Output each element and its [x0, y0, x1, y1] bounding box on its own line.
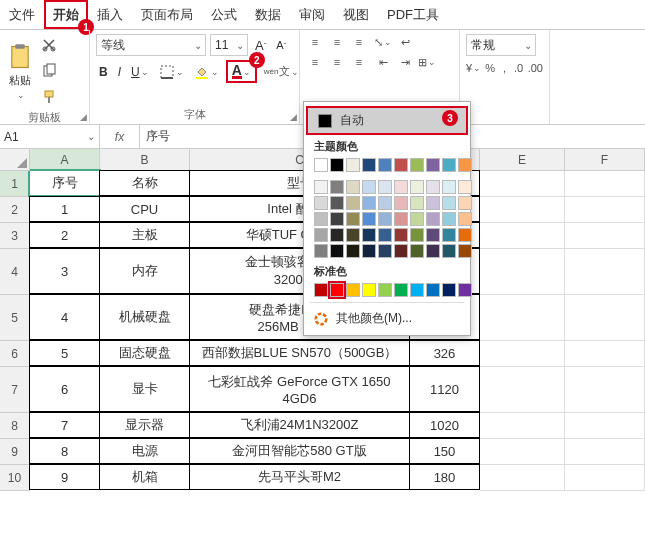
data-cell[interactable]: 7 [29, 412, 100, 438]
color-swatch[interactable] [346, 228, 360, 242]
merge-cells-button[interactable]: ⊞⌄ [418, 54, 436, 70]
more-colors-option[interactable]: 其他颜色(M)... [304, 306, 470, 331]
data-cell[interactable]: 机械硬盘 [99, 294, 190, 340]
color-swatch[interactable] [426, 212, 440, 226]
row-header[interactable]: 4 [0, 249, 30, 295]
data-cell[interactable]: 先马平头哥M2 [189, 464, 410, 490]
data-cell[interactable]: 电源 [99, 438, 190, 464]
data-cell[interactable] [480, 295, 565, 341]
phonetic-guide-button[interactable]: wén文⌄ [261, 61, 302, 82]
col-header-b[interactable]: B [100, 149, 190, 171]
align-middle-button[interactable]: ≡ [328, 34, 346, 50]
color-swatch[interactable] [330, 228, 344, 242]
data-cell[interactable]: 326 [409, 340, 480, 366]
tab-pdf[interactable]: PDF工具 [378, 0, 448, 29]
color-swatch[interactable] [410, 196, 424, 210]
italic-button[interactable]: I [115, 62, 124, 82]
color-swatch[interactable] [410, 228, 424, 242]
copy-button[interactable] [38, 60, 60, 82]
color-swatch[interactable] [346, 212, 360, 226]
color-swatch[interactable] [394, 196, 408, 210]
row-header[interactable]: 10 [0, 465, 30, 491]
data-cell[interactable]: 1020 [409, 412, 480, 438]
color-swatch[interactable] [314, 228, 328, 242]
tab-formula[interactable]: 公式 [202, 0, 246, 29]
clipboard-launcher[interactable]: ◢ [80, 112, 87, 122]
color-swatch[interactable] [346, 244, 360, 258]
data-cell[interactable]: 5 [29, 340, 100, 366]
font-family-combo[interactable]: 等线 [96, 34, 206, 56]
color-swatch[interactable] [410, 212, 424, 226]
data-cell[interactable]: 3 [29, 248, 100, 294]
color-swatch[interactable] [442, 212, 456, 226]
data-cell[interactable] [480, 465, 565, 491]
data-cell[interactable]: 七彩虹战斧 GeForce GTX 1650 4GD6 [189, 366, 410, 412]
data-cell[interactable] [480, 197, 565, 223]
color-swatch[interactable] [410, 283, 424, 297]
align-left-button[interactable]: ≡ [306, 54, 324, 70]
align-top-button[interactable]: ≡ [306, 34, 324, 50]
color-swatch[interactable] [378, 244, 392, 258]
header-cell[interactable] [480, 171, 565, 197]
header-cell[interactable]: 序号 [29, 170, 100, 196]
color-swatch[interactable] [330, 196, 344, 210]
color-swatch[interactable] [394, 212, 408, 226]
data-cell[interactable]: 金河田智能芯580 GT版 [189, 438, 410, 464]
data-cell[interactable]: 显示器 [99, 412, 190, 438]
row-header[interactable]: 7 [0, 367, 30, 413]
data-cell[interactable]: 8 [29, 438, 100, 464]
color-swatch[interactable] [426, 244, 440, 258]
data-cell[interactable]: 固态硬盘 [99, 340, 190, 366]
data-cell[interactable]: 飞利浦24M1N3200Z [189, 412, 410, 438]
data-cell[interactable] [480, 439, 565, 465]
color-swatch[interactable] [378, 196, 392, 210]
tab-view[interactable]: 视图 [334, 0, 378, 29]
accounting-format-button[interactable]: ¥⌄ [466, 60, 481, 76]
fill-color-button[interactable]: ⌄ [191, 61, 222, 83]
color-swatch[interactable] [330, 283, 344, 297]
data-cell[interactable] [565, 223, 645, 249]
data-cell[interactable]: 1120 [409, 366, 480, 412]
tab-file[interactable]: 文件 [0, 0, 44, 29]
color-swatch[interactable] [378, 158, 392, 172]
data-cell[interactable]: 6 [29, 366, 100, 412]
color-swatch[interactable] [394, 158, 408, 172]
header-cell[interactable] [565, 171, 645, 197]
data-cell[interactable]: CPU [99, 196, 190, 222]
color-swatch[interactable] [346, 283, 360, 297]
data-cell[interactable]: 西部数据BLUE SN570（500GB） [189, 340, 410, 366]
color-swatch[interactable] [458, 180, 472, 194]
row-header[interactable]: 2 [0, 197, 30, 223]
color-swatch[interactable] [362, 283, 376, 297]
color-swatch[interactable] [330, 244, 344, 258]
col-header-e[interactable]: E [480, 149, 565, 171]
color-swatch[interactable] [458, 244, 472, 258]
align-center-button[interactable]: ≡ [328, 54, 346, 70]
data-cell[interactable] [565, 367, 645, 413]
data-cell[interactable] [480, 223, 565, 249]
auto-color-option[interactable]: 自动 3 [306, 106, 468, 135]
color-swatch[interactable] [314, 180, 328, 194]
color-swatch[interactable] [394, 244, 408, 258]
data-cell[interactable] [565, 413, 645, 439]
color-swatch[interactable] [378, 212, 392, 226]
color-swatch[interactable] [346, 158, 360, 172]
color-swatch[interactable] [458, 158, 472, 172]
color-swatch[interactable] [314, 212, 328, 226]
color-swatch[interactable] [426, 158, 440, 172]
align-bottom-button[interactable]: ≡ [350, 34, 368, 50]
data-cell[interactable] [565, 341, 645, 367]
font-color-button[interactable]: A ⌄ 2 [226, 60, 257, 83]
tab-home[interactable]: 开始 1 [44, 0, 88, 29]
color-swatch[interactable] [394, 283, 408, 297]
data-cell[interactable] [565, 465, 645, 491]
color-swatch[interactable] [458, 196, 472, 210]
data-cell[interactable]: 内存 [99, 248, 190, 294]
color-swatch[interactable] [426, 180, 440, 194]
data-cell[interactable]: 180 [409, 464, 480, 490]
fx-icon[interactable]: fx [100, 125, 140, 148]
color-swatch[interactable] [394, 180, 408, 194]
color-swatch[interactable] [378, 283, 392, 297]
decrease-font-button[interactable]: Aˇ [273, 36, 289, 54]
name-box[interactable]: A1 [0, 125, 100, 148]
